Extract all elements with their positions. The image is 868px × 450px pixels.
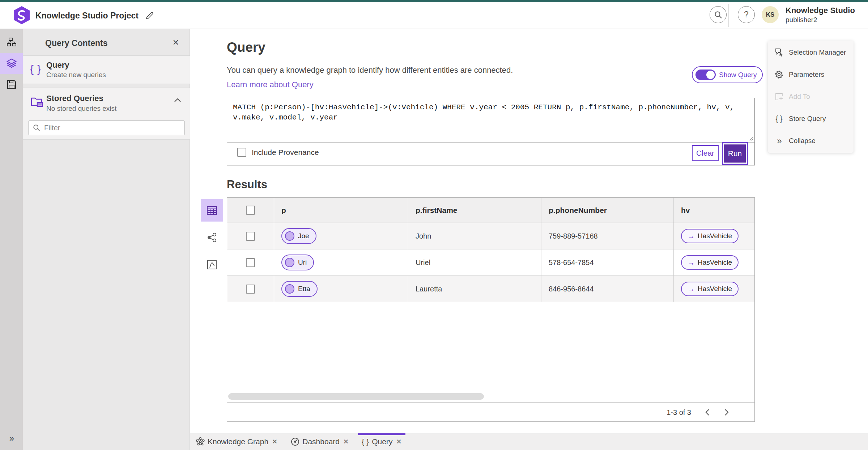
node-circle-icon <box>285 284 294 294</box>
column-header-hv[interactable]: hv <box>674 198 754 223</box>
tab-label: Query <box>372 437 392 446</box>
cell-firstname: Uriel <box>408 249 541 276</box>
query-editor[interactable]: MATCH (p:Person)-[hv:HasVehicle]->(v:Veh… <box>227 98 754 142</box>
avatar[interactable]: KS <box>762 6 779 23</box>
menu-item-label: Selection Manager <box>789 49 846 56</box>
tab-dashboard[interactable]: Dashboard ✕ <box>287 433 352 450</box>
query-page-title: Query <box>227 40 265 55</box>
selection-manager-item[interactable]: Selection Manager <box>768 41 854 63</box>
row-checkbox[interactable] <box>246 285 255 294</box>
filter-field[interactable] <box>29 121 184 135</box>
row-checkbox[interactable] <box>246 232 255 241</box>
edge-label: HasVehicle <box>698 285 732 293</box>
edge-pill[interactable]: →HasVehicle <box>681 229 739 243</box>
panel-title: Query Contents <box>45 38 108 48</box>
store-query-item[interactable]: { } Store Query <box>768 108 854 130</box>
include-provenance-checkbox[interactable] <box>237 148 246 157</box>
username: publisher2 <box>786 16 817 24</box>
edge-label: HasVehicle <box>698 258 732 266</box>
query-item[interactable]: { } Query Create new queries <box>23 55 190 84</box>
results-title: Results <box>227 178 267 191</box>
run-button[interactable]: Run <box>724 144 746 163</box>
tab-close-icon[interactable]: ✕ <box>343 438 349 446</box>
graph-view-button[interactable] <box>201 226 223 249</box>
run-button-ring: Run <box>722 142 748 165</box>
panel-close-icon[interactable]: ✕ <box>171 38 181 48</box>
stored-queries-section: Stored Queries No stored queries exist <box>23 88 190 140</box>
rail-save-icon[interactable] <box>0 74 23 95</box>
parameters-item[interactable]: Parameters <box>768 63 854 85</box>
filter-input[interactable] <box>44 124 174 132</box>
query-editor-container: MATCH (p:Person)-[hv:HasVehicle]->(v:Veh… <box>227 98 755 165</box>
cell-firstname: Lauretta <box>408 276 541 302</box>
table-row: Uri Uriel 578-654-7854 →HasVehicle <box>227 249 754 276</box>
include-provenance-label: Include Provenance <box>252 148 319 157</box>
cell-phonenumber: 759-889-57168 <box>541 223 674 249</box>
node-circle-icon <box>285 231 294 241</box>
column-header-phonenumber[interactable]: p.phoneNumber <box>541 198 674 223</box>
horizontal-scrollbar[interactable] <box>228 393 484 400</box>
clear-button[interactable]: Clear <box>692 145 719 161</box>
menu-item-label: Add To <box>789 93 810 101</box>
tab-query[interactable]: { } Query ✕ <box>358 433 405 450</box>
node-pill[interactable]: Joe <box>281 228 316 244</box>
help-button[interactable]: ? <box>738 6 755 23</box>
results-table: p p.firstName p.phoneNumber hv Joe John … <box>227 197 755 422</box>
add-to-icon <box>774 92 784 101</box>
stored-queries-subtitle: No stored queries exist <box>46 105 116 113</box>
query-box-divider <box>227 142 754 143</box>
collapse-caret-icon[interactable] <box>173 97 182 103</box>
app-header: Knowledge Studio Project ? KS Knowledge … <box>0 2 868 29</box>
knowledge-graph-icon <box>196 437 205 446</box>
cell-phonenumber: 846-956-8644 <box>541 276 674 302</box>
query-contents-panel: Query Contents ✕ { } Query Create new qu… <box>23 29 190 450</box>
add-to-item: Add To <box>768 85 854 108</box>
rail-hierarchy-icon[interactable] <box>0 32 23 53</box>
store-query-braces-icon: { } <box>774 114 784 123</box>
edge-pill[interactable]: →HasVehicle <box>681 255 739 270</box>
node-pill[interactable]: Uri <box>281 255 314 270</box>
show-query-label: Show Query <box>719 71 757 79</box>
app-logo[interactable] <box>13 6 30 25</box>
pagination-prev-icon[interactable] <box>704 407 716 418</box>
show-query-toggle[interactable]: Show Query <box>692 66 763 83</box>
toggle-switch[interactable] <box>695 70 716 80</box>
query-item-subtitle: Create new queries <box>46 71 106 79</box>
rail-layers-icon[interactable] <box>0 53 23 74</box>
search-button[interactable] <box>710 6 727 23</box>
node-label: Joe <box>298 232 309 240</box>
row-checkbox[interactable] <box>246 258 255 267</box>
stored-queries-title: Stored Queries <box>46 94 103 103</box>
project-title: Knowledge Studio Project <box>35 11 139 21</box>
query-description: You can query a knowledge graph to ident… <box>227 66 513 75</box>
column-header-firstname[interactable]: p.firstName <box>408 198 541 223</box>
node-pill[interactable]: Etta <box>281 281 318 297</box>
cell-firstname: John <box>408 223 541 249</box>
tab-close-icon[interactable]: ✕ <box>272 438 277 446</box>
column-header-p[interactable]: p <box>274 198 408 223</box>
braces-icon: { } <box>362 437 369 446</box>
learn-more-link[interactable]: Learn more about Query <box>227 80 314 89</box>
tab-label: Knowledge Graph <box>208 437 268 446</box>
table-row: Joe John 759-889-57168 →HasVehicle <box>227 223 754 249</box>
collapse-item[interactable]: » Collapse <box>768 130 854 152</box>
edge-label: HasVehicle <box>698 232 732 240</box>
edge-pill[interactable]: →HasVehicle <box>681 282 739 296</box>
tab-knowledge-graph[interactable]: Knowledge Graph ✕ <box>192 433 281 450</box>
results-view-switcher <box>201 199 223 276</box>
resize-handle-icon[interactable] <box>749 136 754 141</box>
node-label: Etta <box>298 285 310 293</box>
folder-icon <box>30 94 44 109</box>
node-label: Uri <box>298 258 307 266</box>
table-footer: 1-3 of 3 <box>227 402 754 421</box>
pagination-next-icon[interactable] <box>723 407 736 418</box>
table-view-button[interactable] <box>201 199 223 222</box>
select-all-checkbox[interactable] <box>246 206 255 215</box>
rail-expand-icon[interactable]: » <box>0 433 23 443</box>
header-divider <box>728 4 729 27</box>
collapse-chevrons-icon: » <box>774 136 784 146</box>
tab-close-icon[interactable]: ✕ <box>396 438 401 446</box>
chart-view-button[interactable] <box>201 253 223 276</box>
edit-title-icon[interactable] <box>145 9 157 22</box>
braces-icon: { } <box>30 63 42 75</box>
